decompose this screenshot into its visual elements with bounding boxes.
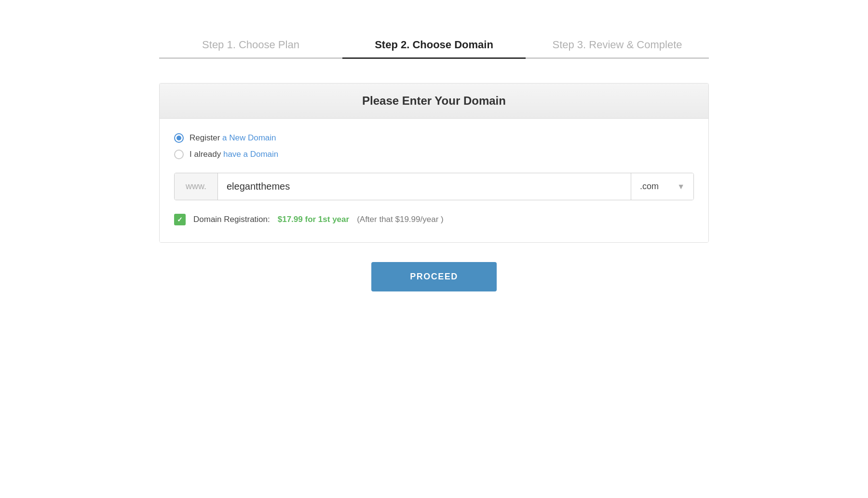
step1-item[interactable]: Step 1. Choose Plan bbox=[159, 39, 342, 59]
proceed-button[interactable]: PROCEED bbox=[371, 262, 497, 291]
have-domain-text: I already bbox=[190, 150, 223, 159]
step1-label: Step 1. Choose Plan bbox=[202, 39, 299, 51]
register-new-link[interactable]: a New Domain bbox=[222, 133, 276, 142]
tld-select-label: .com bbox=[640, 181, 673, 192]
tld-select-wrapper[interactable]: .com ▼ bbox=[631, 173, 693, 200]
checkbox-check-icon: ✓ bbox=[177, 216, 183, 223]
radio-group: Register a New Domain I already have a D… bbox=[174, 133, 694, 159]
proceed-wrapper: PROCEED bbox=[159, 262, 709, 291]
domain-card-title: Please Enter Your Domain bbox=[362, 94, 506, 107]
registration-label: Domain Registration: bbox=[193, 215, 270, 224]
domain-input-row: www. .com ▼ bbox=[174, 173, 694, 200]
have-domain-radio[interactable] bbox=[174, 150, 184, 159]
domain-card-body: Register a New Domain I already have a D… bbox=[160, 119, 708, 242]
domain-card-header: Please Enter Your Domain bbox=[160, 83, 708, 119]
register-new-label: Register a New Domain bbox=[190, 133, 276, 143]
domain-text-input[interactable] bbox=[218, 173, 631, 200]
registration-checkbox[interactable]: ✓ bbox=[174, 214, 186, 225]
registration-after-text: (After that $19.99/year ) bbox=[357, 215, 444, 224]
step2-label: Step 2. Choose Domain bbox=[375, 39, 493, 51]
step3-label: Step 3. Review & Complete bbox=[552, 39, 682, 51]
registration-price: $17.99 for 1st year bbox=[278, 215, 349, 224]
register-new-option[interactable]: Register a New Domain bbox=[174, 133, 694, 143]
step2-item[interactable]: Step 2. Choose Domain bbox=[342, 39, 526, 59]
have-domain-label: I already have a Domain bbox=[190, 150, 278, 159]
domain-registration-row: ✓ Domain Registration: $17.99 for 1st ye… bbox=[174, 214, 694, 225]
register-new-text: Register bbox=[190, 133, 222, 142]
step3-item[interactable]: Step 3. Review & Complete bbox=[526, 39, 709, 59]
register-new-radio[interactable] bbox=[174, 133, 184, 143]
domain-card: Please Enter Your Domain Register a New … bbox=[159, 83, 709, 243]
have-domain-link[interactable]: have a Domain bbox=[223, 150, 278, 159]
www-prefix: www. bbox=[175, 173, 218, 200]
steps-navigation: Step 1. Choose Plan Step 2. Choose Domai… bbox=[159, 39, 709, 59]
tld-chevron-icon: ▼ bbox=[677, 182, 685, 191]
have-domain-option[interactable]: I already have a Domain bbox=[174, 150, 694, 159]
